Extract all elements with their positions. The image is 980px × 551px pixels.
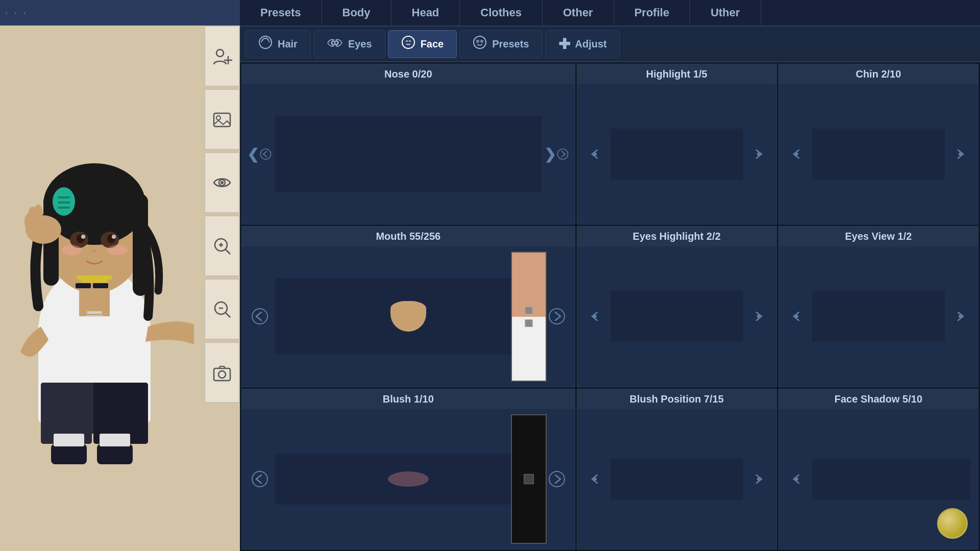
eyes-highlight-controls xyxy=(577,246,776,386)
svg-point-68 xyxy=(549,309,565,324)
svg-rect-31 xyxy=(97,444,133,464)
blush-next-button[interactable] xyxy=(544,466,570,492)
svg-line-48 xyxy=(226,249,230,254)
eyes-view-next-button[interactable] xyxy=(947,304,973,329)
zoom-in-button[interactable] xyxy=(204,215,240,277)
chin-label: Chin 2/10 xyxy=(779,64,978,84)
eyes-icon xyxy=(327,37,343,51)
mouth-cell: Mouth 55/256 xyxy=(241,226,575,387)
mouth-next-button[interactable] xyxy=(544,304,570,329)
mouth-prev-button[interactable] xyxy=(247,304,273,329)
mouth-controls xyxy=(242,246,575,386)
svg-point-20 xyxy=(112,235,116,239)
blush-position-controls xyxy=(577,409,776,549)
character-preview xyxy=(0,26,194,485)
eyes-highlight-prev-button[interactable] xyxy=(582,304,608,329)
blush-position-prev-button[interactable] xyxy=(582,466,608,492)
tab-head[interactable]: Head xyxy=(391,0,460,26)
zoom-out-button[interactable] xyxy=(204,279,240,340)
nose-next-button[interactable] xyxy=(544,141,570,167)
top-bar: · · · xyxy=(0,0,240,26)
subtab-presets[interactable]: Presets xyxy=(459,30,542,58)
svg-point-23 xyxy=(107,245,128,255)
svg-rect-25 xyxy=(81,280,108,283)
eyes-highlight-next-button[interactable] xyxy=(746,304,771,329)
svg-rect-27 xyxy=(93,283,108,288)
eyes-highlight-label: Eyes Highlight 2/2 xyxy=(577,227,776,246)
eye-toggle-button[interactable] xyxy=(204,152,240,213)
subtab-adjust[interactable]: ✚ Adjust xyxy=(545,30,620,58)
blush-position-label: Blush Position 7/15 xyxy=(577,389,776,409)
mouth-shape-preview xyxy=(390,301,426,332)
content-grid: Nose 0/20 Highlight 1/5 xyxy=(240,62,980,551)
chin-prev-button[interactable] xyxy=(784,141,810,167)
blush-label: Blush 1/10 xyxy=(242,389,575,409)
chin-controls xyxy=(779,84,978,224)
swatch-indicator-bottom xyxy=(525,319,532,327)
highlight-next-button[interactable] xyxy=(746,141,771,167)
adjust-icon: ✚ xyxy=(558,36,570,53)
chin-next-button[interactable] xyxy=(947,141,973,167)
eyes-view-cell: Eyes View 1/2 xyxy=(778,226,978,387)
blush-position-cell: Blush Position 7/15 xyxy=(577,389,777,549)
tab-clothes[interactable]: Clothes xyxy=(460,0,543,26)
svg-point-38 xyxy=(216,49,224,57)
svg-rect-29 xyxy=(86,315,103,317)
highlight-prev-button[interactable] xyxy=(582,141,608,167)
svg-point-61 xyxy=(260,149,271,159)
tab-presets[interactable]: Presets xyxy=(240,0,322,26)
svg-rect-33 xyxy=(100,434,130,446)
subtab-eyes[interactable]: Eyes xyxy=(313,30,385,58)
highlight-preview xyxy=(610,129,743,180)
blush-controls xyxy=(242,409,575,549)
svg-point-62 xyxy=(557,149,568,159)
add-user-button[interactable] xyxy=(204,26,240,87)
svg-rect-12 xyxy=(58,196,70,198)
left-panel: · · · xyxy=(0,0,240,551)
nose-prev-button[interactable] xyxy=(247,141,273,167)
svg-rect-41 xyxy=(214,113,230,127)
svg-rect-14 xyxy=(58,207,70,209)
tab-other[interactable]: Other xyxy=(543,0,614,26)
tab-uther[interactable]: Uther xyxy=(690,0,761,26)
gallery-button[interactable] xyxy=(204,89,240,150)
subtab-hair[interactable]: Hair xyxy=(245,30,311,58)
face-icon xyxy=(401,35,415,53)
tab-profile[interactable]: Profile xyxy=(614,0,690,26)
nose-preview xyxy=(275,116,542,192)
chin-preview xyxy=(812,129,945,180)
nose-label: Nose 0/20 xyxy=(242,64,575,84)
svg-rect-24 xyxy=(77,276,112,280)
face-shadow-preview xyxy=(812,459,970,499)
mouth-preview xyxy=(275,278,542,355)
subtab-hair-label: Hair xyxy=(278,38,298,50)
settings-circle-button[interactable] xyxy=(937,508,968,539)
chin-cell: Chin 2/10 xyxy=(778,64,978,224)
eyes-view-prev-button[interactable] xyxy=(784,304,810,329)
right-panel: Presets Body Head Clothes Other Profile … xyxy=(240,0,980,551)
camera-button[interactable] xyxy=(204,342,240,403)
face-shadow-prev-button[interactable] xyxy=(784,466,810,492)
svg-point-37 xyxy=(34,205,43,222)
subtab-face[interactable]: Face xyxy=(388,30,457,58)
mouth-color-swatch[interactable] xyxy=(511,252,547,381)
swatch-indicator-top xyxy=(525,307,532,314)
highlight-label: Highlight 1/5 xyxy=(577,64,776,84)
subtab-face-label: Face xyxy=(421,38,444,50)
eyes-view-controls xyxy=(779,246,978,386)
svg-point-58 xyxy=(474,36,486,48)
tab-body[interactable]: Body xyxy=(322,0,391,26)
blush-prev-button[interactable] xyxy=(247,466,273,492)
blush-color-swatch[interactable] xyxy=(511,414,547,544)
blush-swatch-square xyxy=(524,474,534,484)
eyes-highlight-preview xyxy=(610,291,743,342)
subtab-presets-label: Presets xyxy=(492,38,529,50)
sub-navigation: Hair Eyes Face xyxy=(240,27,980,62)
subtab-adjust-label: Adjust xyxy=(575,38,607,50)
svg-rect-28 xyxy=(87,311,102,314)
nose-controls xyxy=(242,84,575,224)
blush-position-next-button[interactable] xyxy=(746,466,771,492)
blush-cell: Blush 1/10 xyxy=(241,389,575,549)
svg-point-19 xyxy=(81,235,85,239)
svg-point-57 xyxy=(402,36,414,48)
